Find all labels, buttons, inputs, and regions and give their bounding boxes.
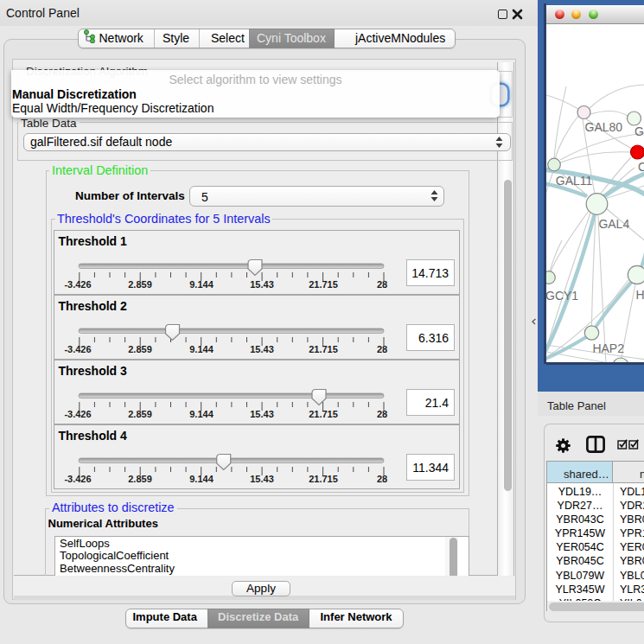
svg-text:C: C	[638, 160, 644, 174]
svg-text:H: H	[636, 288, 644, 302]
svg-text:GAL11: GAL11	[556, 174, 593, 188]
svg-text:GAL80: GAL80	[585, 120, 623, 134]
svg-text:HAP2: HAP2	[592, 341, 624, 355]
svg-text:GA: GA	[634, 124, 644, 138]
svg-text:GCY1: GCY1	[546, 289, 578, 303]
svg-text:GAL4: GAL4	[598, 217, 629, 231]
